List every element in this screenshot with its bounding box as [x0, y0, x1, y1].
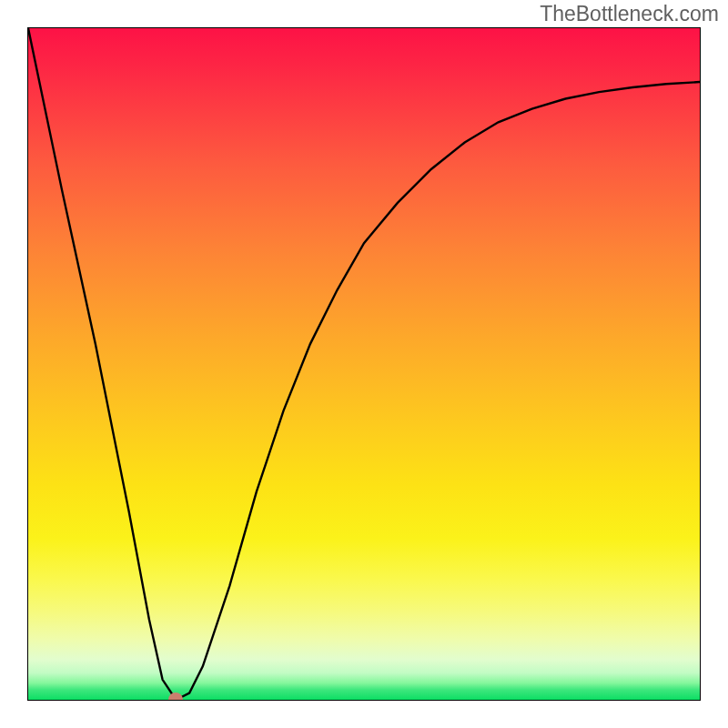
- chart-frame: [27, 27, 701, 701]
- bottleneck-curve: [28, 28, 700, 700]
- marker-dot: [168, 693, 183, 701]
- chart-root: TheBottleneck.com: [0, 0, 728, 728]
- watermark-text: TheBottleneck.com: [540, 2, 719, 26]
- curve-svg: [28, 28, 700, 700]
